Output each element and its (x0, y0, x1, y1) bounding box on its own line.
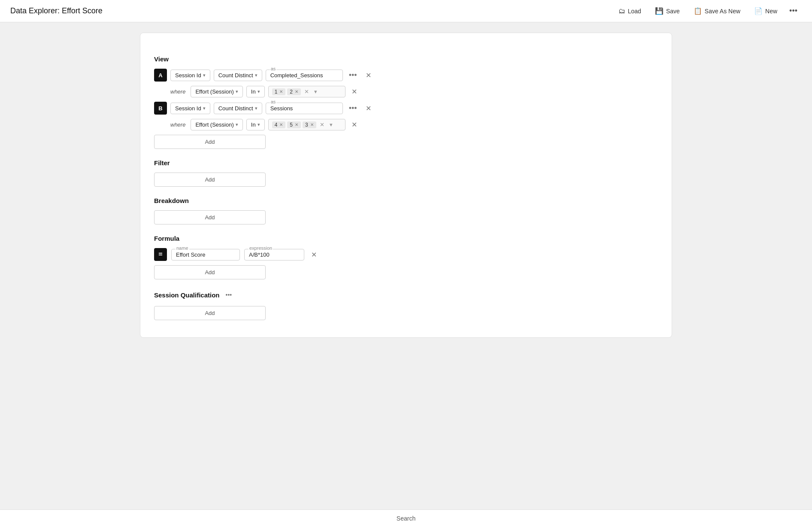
formula-name-label: name (176, 245, 189, 251)
filter-add-label: Add (205, 176, 215, 183)
new-button[interactable]: 📄 New (748, 4, 783, 18)
tag-b-4: 4 ✕ (272, 121, 286, 128)
row-b-where-op-chevron: ▾ (258, 122, 260, 127)
tag-a-1-remove[interactable]: ✕ (279, 89, 283, 94)
view-row-a: A Session Id ▾ Count Distinct ▾ as ••• ✕ (154, 69, 658, 82)
row-a-as-wrap: as (266, 70, 343, 81)
row-a-tag-input[interactable]: 1 ✕ 2 ✕ ✕ ▾ (268, 86, 345, 97)
folder-icon: 🗂 (618, 7, 625, 15)
new-label: New (765, 8, 777, 15)
formula-add-button[interactable]: Add (154, 265, 266, 279)
row-a-where-op-label: In (251, 88, 256, 95)
formula-expr-wrap: expression (244, 249, 304, 260)
session-qual-add-button[interactable]: Add (154, 306, 266, 320)
breakdown-add-button[interactable]: Add (154, 210, 266, 224)
row-a-close-button[interactable]: ✕ (363, 70, 374, 81)
row-b-as-wrap: as (266, 103, 343, 114)
tag-b-3: 3 ✕ (303, 121, 316, 128)
row-b-where-field-label: Effort (Session) (195, 121, 233, 128)
row-b-close-button[interactable]: ✕ (363, 103, 374, 114)
new-icon: 📄 (754, 7, 763, 15)
formula-name-wrap: name (171, 249, 240, 260)
filter-section: Filter Add (154, 159, 658, 187)
session-qualification-section: Session Qualification ••• Add (154, 290, 658, 320)
formula-section-label: Formula (154, 235, 658, 242)
formula-close-button[interactable]: ✕ (309, 249, 319, 260)
row-b-where-field-select[interactable]: Effort (Session) ▾ (191, 119, 242, 130)
view-section: View A Session Id ▾ Count Distinct ▾ as … (154, 55, 658, 149)
save-label: Save (666, 8, 680, 15)
tag-b-5: 5 ✕ (287, 121, 301, 128)
row-b-as-label: as (270, 99, 277, 104)
row-a-aggregation-select[interactable]: Count Distinct ▾ (214, 70, 262, 81)
formula-expression-input[interactable] (244, 249, 304, 260)
row-a-field-label: Session Id (175, 72, 201, 79)
save-icon: 💾 (655, 7, 664, 15)
row-b-where-field-chevron: ▾ (236, 122, 238, 127)
more-options-button[interactable]: ••• (785, 4, 802, 18)
tag-a-expand[interactable]: ▾ (312, 88, 319, 96)
formula-add-label: Add (205, 269, 215, 276)
badge-b: B (154, 102, 167, 115)
row-a-where-op-select[interactable]: In ▾ (246, 86, 265, 97)
top-bar-actions: 🗂 Load 💾 Save 📋 Save As New 📄 New ••• (612, 4, 802, 18)
tag-b-4-remove[interactable]: ✕ (279, 122, 283, 127)
row-b-field-label: Session Id (175, 105, 201, 112)
row-a-where-label: where (170, 88, 185, 95)
row-a-where-close-button[interactable]: ✕ (349, 86, 360, 97)
row-a-as-input[interactable] (266, 70, 343, 81)
row-b-where-op-label: In (251, 121, 256, 128)
row-b-where-op-select[interactable]: In ▾ (246, 119, 265, 130)
row-a-field-select[interactable]: Session Id ▾ (170, 70, 210, 81)
row-b-field-chevron: ▾ (203, 106, 206, 111)
save-button[interactable]: 💾 Save (649, 4, 686, 18)
view-row-b-where: where Effort (Session) ▾ In ▾ 4 ✕ 5 (170, 119, 658, 130)
view-row-b: B Session Id ▾ Count Distinct ▾ as ••• ✕ (154, 102, 658, 115)
load-button[interactable]: 🗂 Load (612, 5, 647, 18)
explorer-card: View A Session Id ▾ Count Distinct ▾ as … (140, 33, 672, 338)
row-b-where-close-button[interactable]: ✕ (349, 119, 360, 130)
row-b-aggregation-select[interactable]: Count Distinct ▾ (214, 103, 262, 114)
save-as-new-icon: 📋 (694, 7, 702, 15)
breakdown-section: Breakdown Add (154, 197, 658, 224)
session-qual-header: Session Qualification ••• (154, 290, 658, 300)
filter-section-label: Filter (154, 159, 658, 167)
session-qual-add-label: Add (205, 310, 215, 316)
row-a-more-button[interactable]: ••• (346, 69, 360, 82)
row-b-where-label: where (170, 121, 185, 128)
save-as-new-label: Save As New (705, 8, 740, 15)
load-label: Load (628, 8, 641, 15)
row-b-tag-input[interactable]: 4 ✕ 5 ✕ 3 ✕ ✕ ▾ (268, 119, 345, 130)
row-a-where-field-chevron: ▾ (236, 89, 238, 94)
tag-b-expand[interactable]: ▾ (328, 121, 334, 129)
row-a-field-chevron: ▾ (203, 73, 206, 78)
row-b-more-button[interactable]: ••• (346, 102, 360, 115)
tag-a-1: 1 ✕ (272, 88, 286, 95)
session-qual-add-wrap: Add (154, 306, 658, 320)
row-b-aggregation-label: Count Distinct (218, 105, 253, 112)
row-a-aggregation-chevron: ▾ (255, 73, 258, 78)
tag-a-2-remove[interactable]: ✕ (295, 89, 298, 94)
main-content: View A Session Id ▾ Count Distinct ▾ as … (123, 22, 689, 363)
save-as-new-button[interactable]: 📋 Save As New (688, 4, 746, 18)
breakdown-section-label: Breakdown (154, 197, 658, 204)
session-qual-more-button[interactable]: ••• (223, 290, 235, 300)
view-section-label: View (154, 55, 658, 63)
row-b-aggregation-chevron: ▾ (255, 106, 258, 111)
formula-name-input[interactable] (171, 249, 240, 260)
tag-b-5-remove[interactable]: ✕ (295, 122, 298, 127)
row-a-where-field-select[interactable]: Effort (Session) ▾ (191, 86, 242, 97)
page-title: Data Explorer: Effort Score (10, 6, 103, 15)
row-a-where-op-chevron: ▾ (258, 89, 260, 94)
session-qualification-label: Session Qualification (154, 291, 220, 299)
view-add-button[interactable]: Add (154, 135, 266, 149)
row-b-field-select[interactable]: Session Id ▾ (170, 103, 210, 114)
tag-a-clear[interactable]: ✕ (303, 88, 311, 96)
formula-section: Formula = name expression ✕ Add (154, 235, 658, 279)
tag-b-clear[interactable]: ✕ (318, 121, 326, 129)
row-a-where-field-label: Effort (Session) (195, 88, 233, 95)
filter-add-button[interactable]: Add (154, 173, 266, 187)
tag-b-3-remove[interactable]: ✕ (310, 122, 314, 127)
row-b-as-input[interactable] (266, 103, 343, 114)
row-a-as-label: as (270, 66, 277, 71)
